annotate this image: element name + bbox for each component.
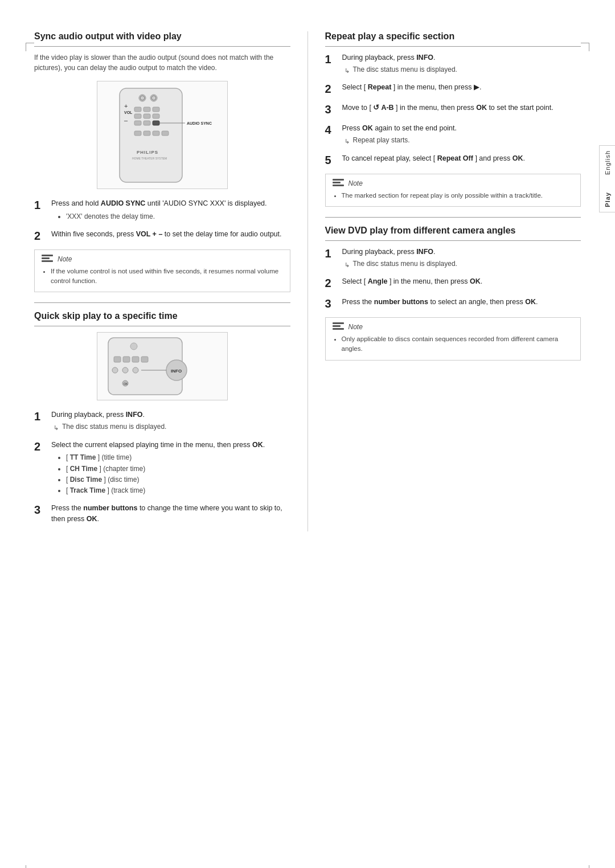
step-number: 2 xyxy=(34,440,46,453)
note-item: Only applicable to discs contain sequenc… xyxy=(342,334,574,354)
camera-note-box: Note Only applicable to discs contain se… xyxy=(325,317,581,361)
camera-angles-title: View DVD play from different camera angl… xyxy=(325,226,581,241)
step-number: 3 xyxy=(325,297,337,310)
step-number: 3 xyxy=(34,503,46,517)
svg-rect-27 xyxy=(114,357,121,362)
sub-bullet: ↳ The disc status menu is displayed. xyxy=(345,259,581,270)
corner-tr xyxy=(581,43,589,51)
sync-audio-intro: If the video play is slower than the aud… xyxy=(34,52,290,73)
quickskip-step-3: 3 Press the number buttons to change the… xyxy=(34,503,290,525)
svg-text:+: + xyxy=(124,103,128,109)
section-divider xyxy=(34,302,290,303)
note-icon-bar xyxy=(333,322,344,324)
step-content: Select [ Repeat ] in the menu, then pres… xyxy=(342,82,581,93)
svg-text:VOL: VOL xyxy=(124,110,133,114)
remote-svg-2: INFO OK xyxy=(102,335,222,398)
repeat-step-2: 2 Select [ Repeat ] in the menu, then pr… xyxy=(325,82,581,96)
note-icon-bar xyxy=(333,325,341,327)
sync-note-box: Note If the volume control is not used w… xyxy=(34,249,290,293)
quick-skip-section: Quick skip play to a specific time xyxy=(34,311,290,524)
svg-point-26 xyxy=(130,343,137,350)
corner-br xyxy=(581,865,589,868)
note-label: Note xyxy=(348,179,363,187)
bullet-text: The disc status menu is displayed. xyxy=(353,65,457,75)
sync-step-2: 2 Within five seconds, press VOL + – to … xyxy=(34,229,290,243)
arrow-icon: ↳ xyxy=(345,260,350,270)
left-column: Sync audio output with video play If the… xyxy=(34,31,308,531)
sidebar-english-label: English xyxy=(604,150,611,175)
note-icon xyxy=(333,179,344,188)
repeat-play-title: Repeat play a specific section xyxy=(325,31,581,47)
camera-step-1: 1 During playback, press INFO. ↳ The dis… xyxy=(325,247,581,269)
svg-point-31 xyxy=(112,367,118,373)
svg-text:HOME THEATER SYSTEM: HOME THEATER SYSTEM xyxy=(132,157,167,160)
remote-image-audiosync: VOL + – xyxy=(97,81,228,189)
note-content: If the volume control is not used within… xyxy=(42,267,283,286)
step-content: During playback, press INFO. ↳ The disc … xyxy=(342,52,581,75)
svg-rect-8 xyxy=(134,107,141,112)
note-icon-bar xyxy=(333,185,344,186)
svg-rect-9 xyxy=(144,107,150,112)
main-content: Sync audio output with video play If the… xyxy=(34,31,581,531)
note-content: The marked section for repeat play is on… xyxy=(333,191,574,200)
repeat-play-section: Repeat play a specific section 1 During … xyxy=(325,31,581,218)
bullet-item: 'XXX' denotes the delay time. xyxy=(66,211,290,222)
step-content: Press OK again to set the end point. ↳ R… xyxy=(342,123,581,146)
step-content: Press the number buttons to change the t… xyxy=(51,503,290,525)
repeat-note-box: Note The marked section for repeat play … xyxy=(325,174,581,207)
step-content: Press and hold AUDIO SYNC until 'AUDIO S… xyxy=(51,198,290,222)
note-label: Note xyxy=(348,323,363,331)
note-content: Only applicable to discs contain sequenc… xyxy=(333,334,574,354)
step-number: 4 xyxy=(325,123,337,137)
step-number: 1 xyxy=(325,247,337,260)
svg-rect-21 xyxy=(153,131,159,136)
quick-skip-title: Quick skip play to a specific time xyxy=(34,311,290,326)
svg-text:OK: OK xyxy=(124,382,128,386)
quickskip-step-2: 2 Select the current elapsed playing tim… xyxy=(34,440,290,497)
svg-rect-16 xyxy=(153,121,159,125)
step-number: 3 xyxy=(325,103,337,116)
svg-point-32 xyxy=(122,367,128,373)
svg-rect-20 xyxy=(144,131,150,136)
step-content: Move to [ ↺ A-B ] in the menu, then pres… xyxy=(342,103,581,113)
note-icon-bar xyxy=(42,255,53,256)
step-number: 1 xyxy=(34,198,46,212)
svg-rect-30 xyxy=(141,357,148,362)
step-content: To cancel repeat play, select [ Repeat O… xyxy=(342,153,581,164)
bullet-item: [ Disc Time ] (disc time) xyxy=(66,474,290,485)
corner-tl xyxy=(26,43,34,51)
note-icon-bar xyxy=(42,257,50,259)
sidebar-play-label: Play xyxy=(604,192,611,207)
note-icon xyxy=(42,255,53,264)
repeat-step-1: 1 During playback, press INFO. ↳ The dis… xyxy=(325,52,581,75)
camera-step-2: 2 Select [ Angle ] in the menu, then pre… xyxy=(325,276,581,290)
remote-image-info: INFO OK xyxy=(97,332,228,400)
note-item: If the volume control is not used within… xyxy=(51,267,283,286)
svg-text:AUDIO SYNC: AUDIO SYNC xyxy=(187,121,212,125)
corner-bl xyxy=(26,865,34,868)
sub-bullet: ↳ Repeat play starts. xyxy=(345,136,581,146)
bullet-text: Repeat play starts. xyxy=(353,136,410,145)
quickskip-step-1: 1 During playback, press INFO. ↳ The dis… xyxy=(34,410,290,432)
note-icon-bar xyxy=(42,260,53,262)
remote-svg-1: VOL + – xyxy=(102,85,222,185)
svg-rect-15 xyxy=(144,121,150,125)
svg-rect-10 xyxy=(153,107,159,112)
svg-text:INFO: INFO xyxy=(171,369,182,374)
svg-rect-13 xyxy=(153,114,159,118)
sub-bullet: ↳ The disc status menu is displayed. xyxy=(54,422,290,433)
step-number: 2 xyxy=(325,276,337,290)
svg-rect-11 xyxy=(134,114,141,118)
camera-angles-section: View DVD play from different camera angl… xyxy=(325,226,581,361)
arrow-icon: ↳ xyxy=(54,423,59,433)
step-content: During playback, press INFO. ↳ The disc … xyxy=(342,247,581,269)
repeat-step-4: 4 Press OK again to set the end point. ↳… xyxy=(325,123,581,146)
note-header: Note xyxy=(333,179,574,188)
step-number: 5 xyxy=(325,153,337,167)
right-column: Repeat play a specific section 1 During … xyxy=(308,31,581,531)
step-content: Select the current elapsed playing time … xyxy=(51,440,290,497)
repeat-step-3: 3 Move to [ ↺ A-B ] in the menu, then pr… xyxy=(325,103,581,116)
svg-rect-14 xyxy=(134,121,141,125)
camera-step-3: 3 Press the number buttons to select an … xyxy=(325,297,581,310)
note-item: The marked section for repeat play is on… xyxy=(342,191,574,200)
